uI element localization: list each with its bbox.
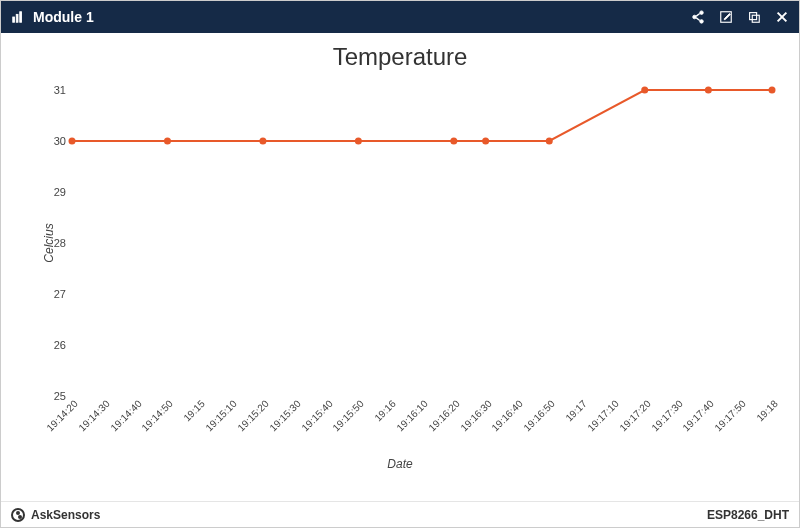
x-tick-label: 19:16:20 bbox=[426, 398, 461, 433]
header-actions bbox=[691, 10, 789, 24]
x-tick-label: 19:17:10 bbox=[585, 398, 620, 433]
x-tick-label: 19:15:30 bbox=[267, 398, 302, 433]
svg-point-5 bbox=[700, 20, 704, 24]
copy-icon[interactable] bbox=[747, 10, 761, 24]
panel: Module 1 Temperature Celcius 25262728293… bbox=[0, 0, 800, 528]
brand-name: AskSensors bbox=[31, 508, 100, 522]
data-point bbox=[482, 138, 489, 145]
x-tick-label: 19:15:40 bbox=[299, 398, 334, 433]
chart-icon bbox=[11, 10, 25, 24]
series-line bbox=[72, 90, 772, 141]
y-tick-label: 31 bbox=[54, 84, 72, 96]
brand-logo-icon bbox=[11, 508, 25, 522]
x-tick-label: 19:17:20 bbox=[617, 398, 652, 433]
data-point bbox=[259, 138, 266, 145]
x-tick-label: 19:14:30 bbox=[76, 398, 111, 433]
chart-container: Temperature Celcius 2526272829303119:14:… bbox=[1, 33, 799, 501]
y-tick-label: 28 bbox=[54, 237, 72, 249]
x-axis-label: Date bbox=[1, 457, 799, 471]
x-tick-label: 19:16:10 bbox=[394, 398, 429, 433]
y-tick-label: 26 bbox=[54, 339, 72, 351]
data-point bbox=[705, 87, 712, 94]
x-tick-label: 19:16:30 bbox=[458, 398, 493, 433]
x-tick-label: 19:15:10 bbox=[204, 398, 239, 433]
plot-area: 2526272829303119:14:2019:14:3019:14:4019… bbox=[71, 89, 771, 395]
svg-line-6 bbox=[696, 14, 700, 17]
data-point bbox=[164, 138, 171, 145]
x-tick-label: 19:16 bbox=[372, 398, 397, 423]
x-tick-label: 19:14:50 bbox=[140, 398, 175, 433]
panel-title: Module 1 bbox=[33, 9, 94, 25]
data-point bbox=[641, 87, 648, 94]
x-tick-label: 19:17:40 bbox=[681, 398, 716, 433]
x-tick-label: 19:15:50 bbox=[331, 398, 366, 433]
svg-point-3 bbox=[700, 11, 704, 15]
x-tick-label: 19:17:30 bbox=[649, 398, 684, 433]
panel-header: Module 1 bbox=[1, 1, 799, 33]
x-tick-label: 19:16:50 bbox=[522, 398, 557, 433]
plot-svg bbox=[72, 90, 772, 396]
svg-rect-9 bbox=[750, 13, 757, 20]
x-tick-label: 19:16:40 bbox=[490, 398, 525, 433]
chart-title: Temperature bbox=[11, 43, 789, 71]
svg-point-4 bbox=[693, 15, 697, 19]
data-point bbox=[450, 138, 457, 145]
data-point bbox=[355, 138, 362, 145]
x-tick-label: 19:15:20 bbox=[235, 398, 270, 433]
svg-line-7 bbox=[696, 18, 700, 21]
x-tick-label: 19:15 bbox=[182, 398, 207, 423]
x-tick-label: 19:14:40 bbox=[108, 398, 143, 433]
svg-rect-1 bbox=[16, 14, 18, 22]
y-tick-label: 30 bbox=[54, 135, 72, 147]
header-left: Module 1 bbox=[11, 9, 94, 25]
close-icon[interactable] bbox=[775, 10, 789, 24]
y-tick-label: 29 bbox=[54, 186, 72, 198]
svg-rect-0 bbox=[13, 17, 15, 22]
y-tick-label: 27 bbox=[54, 288, 72, 300]
x-tick-label: 19:14:20 bbox=[44, 398, 79, 433]
data-point bbox=[546, 138, 553, 145]
panel-footer: AskSensors ESP8266_DHT bbox=[1, 501, 799, 527]
svg-rect-10 bbox=[752, 15, 759, 22]
data-point bbox=[769, 87, 776, 94]
edit-icon[interactable] bbox=[719, 10, 733, 24]
footer-brand: AskSensors bbox=[11, 508, 100, 522]
x-tick-label: 19:17:50 bbox=[713, 398, 748, 433]
x-tick-label: 19:17 bbox=[563, 398, 588, 423]
share-icon[interactable] bbox=[691, 10, 705, 24]
device-name: ESP8266_DHT bbox=[707, 508, 789, 522]
x-tick-label: 19:18 bbox=[754, 398, 779, 423]
svg-rect-2 bbox=[20, 12, 22, 23]
